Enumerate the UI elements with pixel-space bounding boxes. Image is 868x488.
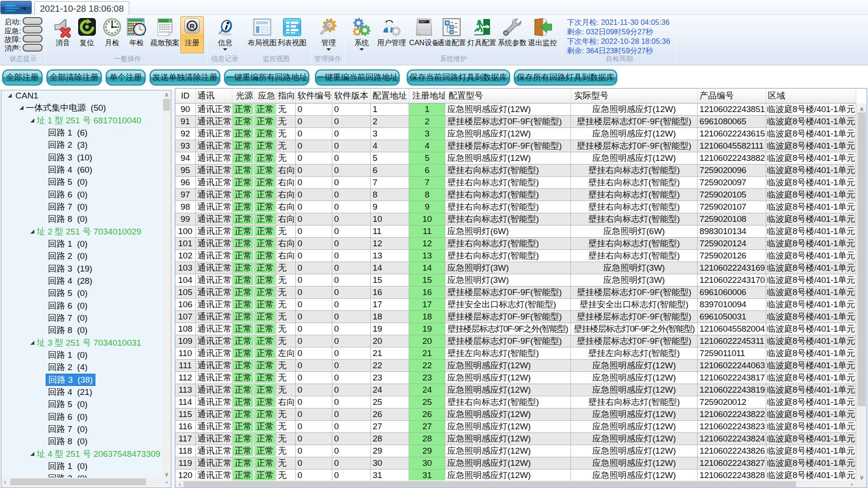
svg-text:R: R bbox=[190, 22, 195, 30]
